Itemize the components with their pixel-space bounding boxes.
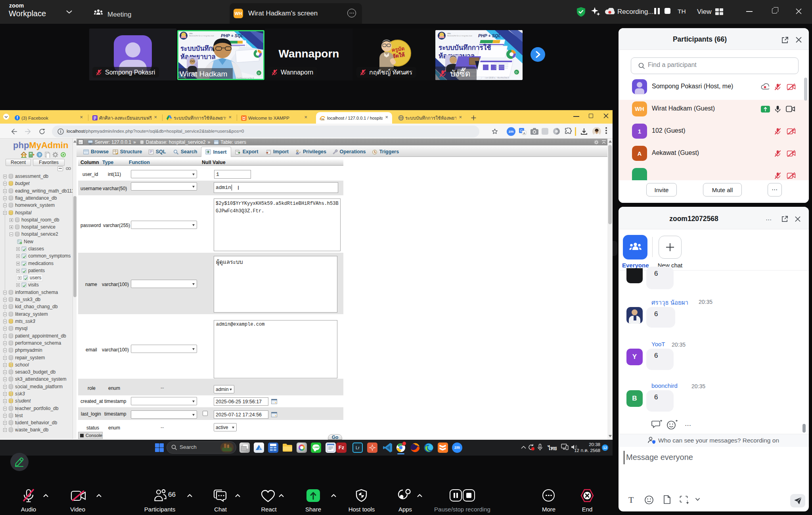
svg-text:ระบบบันทึกการใช้: ระบบบันทึกการใช้ bbox=[439, 44, 491, 52]
svg-text:A: A bbox=[523, 132, 526, 135]
svg-text:ห้องอบรมวิชาโค 12 กรกฎาคม 2568: ห้องอบรมวิชาโค 12 กรกฎาคม 2568 bbox=[447, 35, 472, 37]
svg-text:โรงเรียนอนุบาลเวียง 9: โรงเรียนอนุบาลเวียง 9 bbox=[237, 77, 254, 80]
svg-text:ห้องพยาบาล: ห้องพยาบาล bbox=[180, 53, 216, 60]
svg-text:D: D bbox=[258, 72, 260, 74]
svg-text:สพม.: สพม. bbox=[447, 32, 451, 34]
svg-text:?: ? bbox=[38, 153, 41, 157]
svg-text:PHP + SQL: PHP + SQL bbox=[221, 33, 244, 38]
svg-text:D: D bbox=[515, 71, 517, 74]
svg-text:PHP + SQL: PHP + SQL bbox=[478, 33, 501, 38]
svg-text:เวลา 20.00 น. - ห้องเรียนใหม: เวลา 20.00 น. - ห้องเรียนใหม่ 9 bbox=[485, 77, 509, 79]
svg-text:สพม.: สพม. bbox=[189, 32, 193, 34]
svg-text:ห้องอบรมวิชาโค 12 กรกฎาคม 2568: ห้องอบรมวิชาโค 12 กรกฎาคม 2568 bbox=[189, 35, 214, 37]
svg-text:PMA: PMA bbox=[321, 118, 324, 120]
